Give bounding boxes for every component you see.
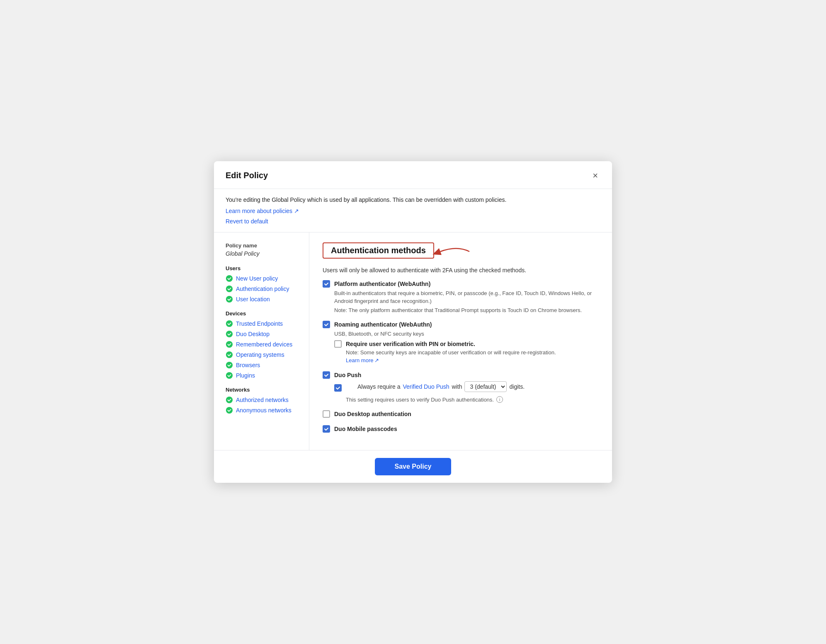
external-link-icon: ↗ xyxy=(294,208,299,214)
modal-header: Edit Policy × xyxy=(214,161,612,189)
close-button[interactable]: × xyxy=(590,170,600,181)
annotation-arrow xyxy=(436,243,471,260)
duo-desktop-auth-row: Duo Desktop authentication xyxy=(323,410,599,418)
check-circle-icon xyxy=(226,295,233,303)
verified-push-checkbox[interactable] xyxy=(334,384,342,392)
user-verification-row: Require user verification with PIN or bi… xyxy=(334,340,599,348)
svg-point-3 xyxy=(226,320,233,327)
section-heading-area: Authentication methods xyxy=(323,242,434,261)
platform-authenticator-block: Platform authenticator (WebAuthn) Built-… xyxy=(323,280,599,313)
svg-point-0 xyxy=(226,275,233,282)
sidebar-item-new-user-policy: New User policy xyxy=(226,275,301,282)
duo-desktop-auth-label: Duo Desktop authentication xyxy=(334,411,411,417)
check-circle-icon xyxy=(226,285,233,293)
policy-name-value: Global Policy xyxy=(226,250,301,257)
sidebar-item-anonymous-networks: Anonymous networks xyxy=(226,407,301,414)
global-policy-description: You're editing the Global Policy which i… xyxy=(226,196,600,203)
sidebar-section-devices: Devices Trusted Endpoints Duo Desktop Re… xyxy=(226,310,301,379)
user-verification-label: Require user verification with PIN or bi… xyxy=(346,341,475,347)
duo-desktop-link[interactable]: Duo Desktop xyxy=(236,331,270,337)
verified-push-block: Always require a Verified Duo Push with … xyxy=(334,381,599,403)
sidebar-section-users: Users New User policy Authentication pol… xyxy=(226,265,301,303)
sidebar: Policy name Global Policy Users New User… xyxy=(214,232,309,450)
duo-mobile-passcodes-label: Duo Mobile passcodes xyxy=(334,426,397,432)
check-circle-icon xyxy=(226,396,233,404)
digits-text: digits. xyxy=(509,383,525,390)
policy-name-label: Policy name xyxy=(226,242,301,249)
user-location-link[interactable]: User location xyxy=(236,296,270,303)
revert-to-default-link[interactable]: Revert to default xyxy=(226,218,600,225)
auth-methods-heading-box: Authentication methods xyxy=(323,242,434,259)
svg-point-5 xyxy=(226,341,233,348)
verified-push-checkbox-row: Always require a Verified Duo Push with … xyxy=(334,381,599,395)
learn-more-security-link[interactable]: Learn more ↗ xyxy=(346,357,379,363)
info-icon: i xyxy=(496,396,503,403)
duo-push-row: Duo Push xyxy=(323,371,599,379)
check-circle-icon xyxy=(226,407,233,414)
verified-duo-push-link[interactable]: Verified Duo Push xyxy=(403,383,449,390)
check-mark-icon xyxy=(324,426,329,431)
platform-authenticator-checkbox[interactable] xyxy=(323,280,330,288)
plugins-link[interactable]: Plugins xyxy=(236,372,255,379)
sidebar-section-users-title: Users xyxy=(226,265,301,271)
check-mark-icon xyxy=(324,322,329,327)
platform-authenticator-desc: Built-in authenticators that require a b… xyxy=(334,289,599,305)
digits-select[interactable]: 3 (default) 4 6 xyxy=(464,381,507,392)
svg-point-6 xyxy=(226,351,233,358)
sidebar-item-authorized-networks: Authorized networks xyxy=(226,396,301,404)
trusted-endpoints-link[interactable]: Trusted Endpoints xyxy=(236,320,283,327)
remembered-devices-link[interactable]: Remembered devices xyxy=(236,341,292,348)
check-circle-icon xyxy=(226,275,233,282)
svg-point-4 xyxy=(226,331,233,337)
authorized-networks-link[interactable]: Authorized networks xyxy=(236,397,289,403)
sidebar-item-browsers: Browsers xyxy=(226,361,301,369)
operating-systems-link[interactable]: Operating systems xyxy=(236,351,284,358)
duo-mobile-passcodes-row: Duo Mobile passcodes xyxy=(323,425,599,433)
modal-title: Edit Policy xyxy=(226,171,268,180)
sidebar-section-devices-title: Devices xyxy=(226,310,301,317)
modal-info: You're editing the Global Policy which i… xyxy=(214,189,612,225)
main-content: Authentication methods Users will only b… xyxy=(309,232,612,450)
check-circle-icon xyxy=(226,330,233,338)
duo-desktop-auth-checkbox[interactable] xyxy=(323,410,330,418)
platform-authenticator-row: Platform authenticator (WebAuthn) xyxy=(323,280,599,288)
auth-methods-title: Authentication methods xyxy=(331,246,426,255)
anonymous-networks-link[interactable]: Anonymous networks xyxy=(236,407,292,414)
browsers-link[interactable]: Browsers xyxy=(236,362,260,368)
roaming-authenticator-row: Roaming authenticator (WebAuthn) xyxy=(323,321,599,328)
sidebar-item-plugins: Plugins xyxy=(226,372,301,379)
external-link-icon: ↗ xyxy=(374,357,379,363)
duo-desktop-auth-block: Duo Desktop authentication xyxy=(323,410,599,418)
duo-push-block: Duo Push Always require a Verified Duo P… xyxy=(323,371,599,403)
sidebar-item-auth-policy: Authentication policy xyxy=(226,285,301,293)
roaming-authenticator-desc: USB, Bluetooth, or NFC security keys xyxy=(334,330,599,338)
sidebar-item-operating-systems: Operating systems xyxy=(226,351,301,358)
check-circle-icon xyxy=(226,372,233,379)
user-verification-checkbox[interactable] xyxy=(334,340,342,348)
duo-push-label: Duo Push xyxy=(334,372,361,378)
svg-point-2 xyxy=(226,296,233,303)
learn-more-link[interactable]: Learn more about policies ↗ xyxy=(226,208,299,214)
user-verification-note: Note: Some security keys are incapable o… xyxy=(346,349,599,356)
sidebar-item-duo-desktop: Duo Desktop xyxy=(226,330,301,338)
svg-point-9 xyxy=(226,397,233,403)
verified-push-setting-row: Always require a Verified Duo Push with … xyxy=(357,381,525,392)
duo-mobile-passcodes-block: Duo Mobile passcodes xyxy=(323,425,599,433)
check-mark-icon xyxy=(335,385,340,390)
roaming-authenticator-checkbox[interactable] xyxy=(323,321,330,328)
with-text: with xyxy=(452,383,462,390)
sidebar-section-networks: Networks Authorized networks Anonymous n… xyxy=(226,387,301,414)
duo-mobile-passcodes-checkbox[interactable] xyxy=(323,425,330,433)
duo-push-checkbox[interactable] xyxy=(323,371,330,379)
edit-policy-modal: Edit Policy × You're editing the Global … xyxy=(214,161,612,483)
new-user-policy-link[interactable]: New User policy xyxy=(236,275,278,282)
check-circle-icon xyxy=(226,320,233,327)
svg-point-8 xyxy=(226,372,233,379)
check-mark-icon xyxy=(324,373,329,378)
svg-point-7 xyxy=(226,362,233,368)
save-policy-button[interactable]: Save Policy xyxy=(375,458,452,475)
check-circle-icon xyxy=(226,351,233,358)
always-require-text: Always require a xyxy=(357,383,401,390)
check-mark-icon xyxy=(324,281,329,286)
authentication-policy-link[interactable]: Authentication policy xyxy=(236,286,289,292)
